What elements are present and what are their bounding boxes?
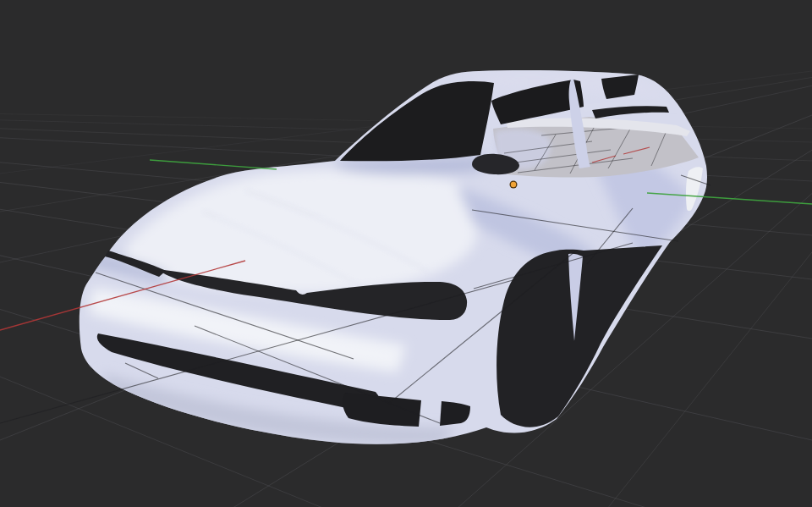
3d-viewport[interactable]: [0, 0, 812, 507]
viewport-canvas[interactable]: [0, 0, 812, 507]
object-origin-dot[interactable]: [510, 181, 518, 189]
origin-icon: [511, 182, 516, 187]
